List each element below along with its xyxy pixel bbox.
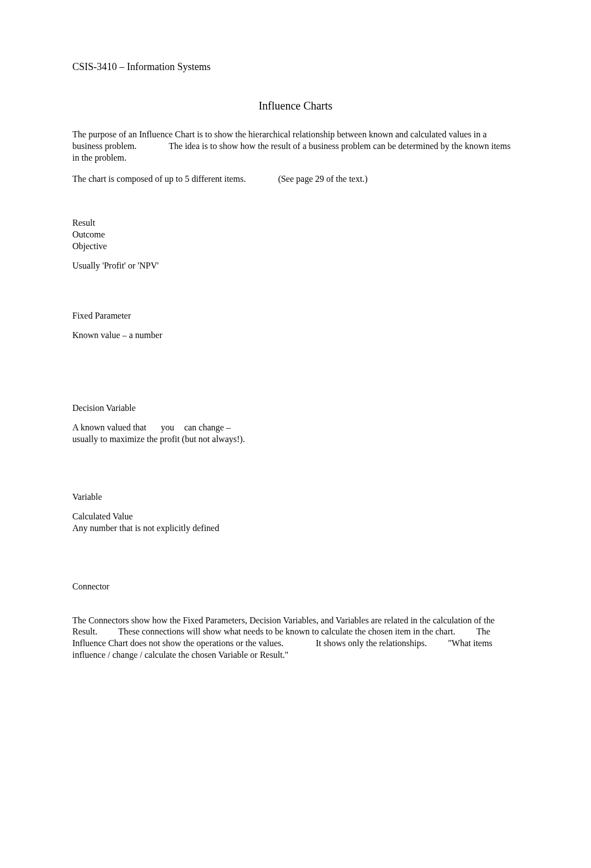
document-page: CSIS-3410 – Information Systems Influenc… [0,0,591,727]
document-title: Influence Charts [72,100,519,112]
intro-seg-2: The idea is to show how the result of a … [72,141,510,162]
item-fixed-parameter-desc: Known value – a number [72,330,519,341]
dv-desc-seg1: A known valued that [72,423,146,432]
connectors-seg4: It shows only the relationships. [316,638,427,648]
item-variable-label: Variable [72,492,519,503]
course-header: CSIS-3410 – Information Systems [72,61,519,73]
item-decision-variable-desc: A known valued that you can change – usu… [72,422,295,445]
item-result-line1: Result [72,217,519,229]
item-variable-desc2: Any number that is not explicitly define… [72,523,519,534]
item-result-desc: Usually 'Profit' or 'NPV' [72,260,519,272]
composition-line: The chart is composed of up to 5 differe… [72,173,519,185]
item-variable-desc1: Calculated Value [72,511,519,523]
dv-desc-seg3: can change – [184,423,231,432]
intro-paragraph: The purpose of an Influence Chart is to … [72,129,519,163]
item-fixed-parameter-label: Fixed Parameter [72,310,519,322]
composition-seg-2: (See page 29 of the text.) [278,174,368,183]
item-result-line3: Objective [72,241,519,252]
connectors-seg2: These connections will show what needs t… [119,627,456,636]
dv-desc-line2: usually to maximize the profit (but not … [72,434,245,444]
item-decision-variable-label: Decision Variable [72,403,519,414]
dv-desc-seg2: you [161,423,174,432]
connectors-paragraph: The Connectors show how the Fixed Parame… [72,615,519,661]
composition-seg-1: The chart is composed of up to 5 differe… [72,174,246,183]
item-result-line2: Outcome [72,229,519,241]
item-connector-label: Connector [72,581,519,593]
